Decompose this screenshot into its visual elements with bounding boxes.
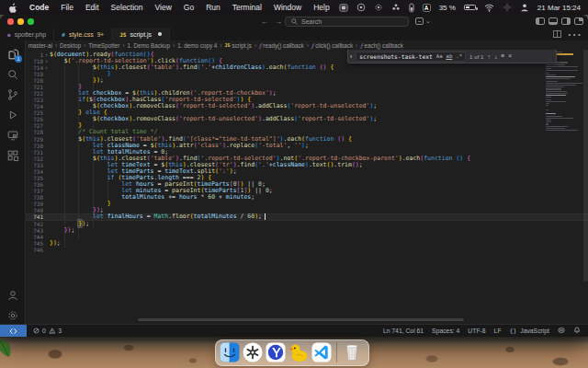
code-line-744[interactable]: 744 [26,234,588,240]
command-center-search[interactable]: Search [285,17,409,27]
column-meter-icon[interactable] [409,2,414,13]
breadcrumb-item[interactable]: ƒeach() callback [360,42,403,49]
breadcrumb-item[interactable]: TimeSpotter [88,42,119,49]
tab-spotter-php[interactable]: espotter.php [0,28,54,40]
line-number[interactable]: 742 [26,221,43,227]
line-number[interactable]: 729 [26,136,43,143]
menu-item-run[interactable]: Run [206,3,220,12]
line-number[interactable]: 730 [26,143,43,149]
menu-bar-clock[interactable]: 21 Mar 15:24 [537,4,581,12]
code-line-743[interactable]: 743 }); [26,227,588,234]
line-number[interactable]: 737 [26,188,43,194]
dirty-indicator-icon[interactable] [158,32,162,36]
whole-word-icon[interactable]: ab [447,53,453,59]
code-editor[interactable]: 1›$(document).ready(function(){710› $('.… [26,50,588,321]
line-number[interactable]: 1 [26,52,43,58]
language-mode-item[interactable]: {} JavaScript [510,328,549,335]
toggle-panel-icon[interactable] [548,17,558,26]
menu-item-file[interactable]: File [61,3,74,12]
dock-app-vscode[interactable] [311,342,332,362]
breadcrumb-item[interactable]: ƒready() callback [259,42,304,49]
vertical-scrollbar[interactable] [583,50,588,321]
menu-item-window[interactable]: Window [274,3,301,12]
bell-icon[interactable] [573,327,581,335]
menu-item-code[interactable]: Code [29,3,49,12]
run-debug-icon[interactable] [6,109,19,121]
line-number[interactable]: 719 [26,71,43,77]
line-number[interactable]: 735 [26,175,43,181]
gear-icon[interactable] [374,2,383,13]
next-match-icon[interactable]: ↓ [494,53,498,60]
regex-icon[interactable]: .* [456,53,462,59]
breadcrumb-item[interactable]: Desktop [60,42,81,49]
line-number[interactable]: 727 [26,122,43,129]
menu-item-help[interactable]: Help [313,3,329,12]
close-find-icon[interactable]: × [508,53,512,60]
line-number[interactable]: 723 [26,97,43,103]
code-line-719[interactable]: 719 } [26,71,588,77]
code-line-741[interactable]: 741 let finalHours = Math.floor(totalMin… [26,213,588,220]
toggle-replace-icon[interactable]: › [350,53,352,60]
split-editor-icon[interactable] [553,30,561,38]
toggle-sidebar-icon[interactable] [536,17,545,26]
user-icon[interactable] [520,2,529,13]
find-in-selection-icon[interactable]: ≡ [502,53,505,60]
fold-chevron-icon[interactable]: › [43,52,50,58]
assistant-swirl-icon[interactable] [356,2,366,13]
line-number[interactable]: 710 [26,58,43,64]
fold-chevron-icon[interactable]: › [43,58,50,64]
line-number[interactable]: 745 [26,240,43,247]
dock-trash[interactable] [342,342,362,362]
close-window-button[interactable] [7,18,14,25]
nav-forward-button[interactable]: → [275,17,282,26]
source-control-icon[interactable] [6,88,19,101]
line-number[interactable]: 741 [26,213,43,220]
dock-app-chatgpt[interactable] [243,342,263,362]
line-number[interactable]: 714 [26,64,43,71]
menu-item-go[interactable]: Go [184,3,194,12]
dock-app-cyberduck[interactable] [288,342,309,362]
line-number[interactable]: 722 [26,90,43,97]
line-number[interactable]: 738 [26,194,43,201]
breadcrumb-item[interactable]: master-al [28,42,52,49]
line-number[interactable]: 720 [26,77,43,84]
code-line-742[interactable]: 742 }); [26,221,588,227]
status-item[interactable]: Spaces: 4 [432,328,459,334]
search-icon[interactable] [6,68,19,81]
fan-icon[interactable] [391,2,401,13]
settings-icon[interactable] [6,309,19,322]
accounts-icon[interactable] [6,289,19,302]
remote-indicator[interactable] [0,325,27,337]
vertical-scrollbar-thumb[interactable] [583,50,588,282]
line-number[interactable]: 728 [26,129,43,135]
status-item[interactable]: UTF-8 [468,328,485,334]
explorer-icon[interactable]: 1 [6,48,19,61]
line-number[interactable]: 732 [26,155,43,162]
copilot-status-icon[interactable] [558,327,565,335]
line-number[interactable]: 731 [26,149,43,155]
extensions-icon[interactable] [6,149,19,162]
input-source-icon[interactable]: A [423,4,431,12]
status-item[interactable]: LF [494,328,502,334]
breadcrumb-item[interactable]: JSscript.js [225,42,252,49]
line-number[interactable]: 721 [26,84,43,90]
dock-app-finder[interactable] [220,342,240,362]
tab-script-js[interactable]: JSscript.js [112,28,169,40]
problems-status[interactable]: 0 3 [27,328,62,334]
code-line-724[interactable]: 724 $(checkbox).removeClass('report-td-s… [26,103,588,109]
window-app-icon[interactable] [339,2,348,13]
line-number[interactable]: 736 [26,181,43,188]
code-line-746[interactable]: 746 [26,247,588,253]
line-number[interactable]: 743 [26,227,43,234]
code-line-745[interactable]: 745}); [26,240,588,247]
status-item[interactable]: Ln 741, Col 61 [383,328,424,334]
breadcrumb-item[interactable]: 1. demo copy 4 [177,42,217,49]
horizontal-scrollbar-thumb[interactable] [138,318,464,321]
line-number[interactable]: 739 [26,201,43,207]
display-dim-icon[interactable] [503,2,512,13]
menu-item-edit[interactable]: Edit [85,3,99,12]
breadcrumb-item[interactable]: ƒclick() callback [311,42,353,49]
line-number[interactable]: 746 [26,247,43,253]
previous-match-icon[interactable]: ↑ [488,53,492,60]
line-number[interactable]: 744 [26,234,43,240]
